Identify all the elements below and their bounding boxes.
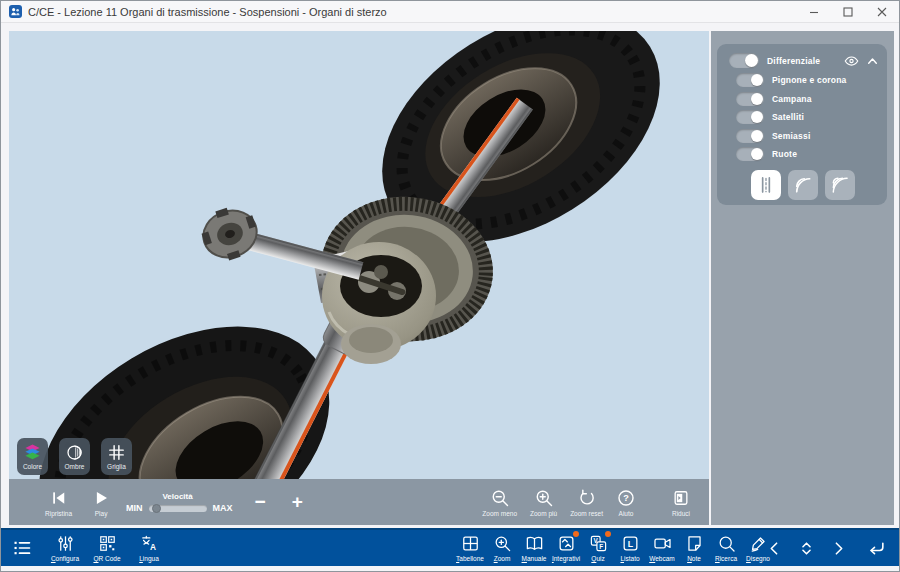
bell-toggle[interactable] — [736, 92, 764, 106]
zoom-reset-button[interactable]: Zoom reset — [570, 488, 603, 517]
straight-road-icon — [756, 175, 776, 195]
toolbar-item-qrcode[interactable]: QR Code — [89, 534, 125, 562]
note-page-icon — [685, 534, 704, 553]
shadows-button[interactable]: Ombre — [59, 438, 90, 475]
toolbar-item-note[interactable]: Note — [679, 534, 709, 562]
wheels-toggle[interactable] — [736, 147, 764, 161]
speed-label: Velocità — [149, 492, 207, 501]
satellites-toggle[interactable] — [736, 110, 764, 124]
zoom-out-button[interactable]: Zoom meno — [482, 488, 517, 517]
3d-viewport[interactable]: Colore Ombre Griglia — [9, 31, 709, 525]
play-button[interactable]: Play — [92, 488, 110, 517]
open-book-icon — [525, 534, 544, 553]
speed-min-label: MIN — [126, 503, 143, 513]
speed-max-label: MAX — [213, 503, 233, 513]
zoom-out-icon — [490, 488, 510, 508]
window-title: C/CE - Lezione 11 Organi di trasmissione… — [28, 6, 387, 18]
menu-list-icon — [11, 538, 33, 558]
chevron-up-icon[interactable] — [866, 56, 879, 66]
listato-label: Listato — [620, 555, 639, 562]
toolbar-item-manuale[interactable]: Manuale — [519, 534, 549, 562]
integrativi-label: Integrativi — [552, 555, 580, 562]
zoom-in-button[interactable]: Zoom più — [530, 488, 557, 517]
extras-media-icon — [557, 534, 576, 553]
color-button[interactable]: Colore — [17, 438, 48, 475]
manuale-label: Manuale — [522, 555, 547, 562]
halfshafts-label: Semiassi — [772, 131, 810, 141]
curve-road-button[interactable] — [788, 170, 818, 200]
speed-slider[interactable] — [149, 505, 207, 512]
double-curve-road-icon — [830, 175, 850, 195]
sliders-icon — [56, 534, 75, 553]
lingua-label: Lingua — [139, 555, 159, 562]
skip-to-start-icon — [50, 488, 68, 508]
zoom-controls: Zoom meno Zoom più Zoom reset ? — [482, 488, 709, 517]
zoom-in-icon — [534, 488, 554, 508]
viewport-tools: Colore Ombre Griglia — [17, 438, 132, 475]
help-icon: ? — [616, 488, 636, 508]
configura-label: Configura — [51, 555, 79, 562]
help-question-mark: ? — [623, 493, 629, 503]
listato-letter: L — [627, 539, 633, 549]
differential-toggle[interactable] — [729, 53, 759, 68]
visibility-eye-icon[interactable] — [844, 55, 859, 67]
toolbar-item-zoom[interactable]: Zoom — [487, 534, 517, 562]
road-mode-buttons — [751, 170, 879, 200]
toolbar-item-quiz[interactable]: VF Quiz — [583, 534, 613, 562]
halfshafts-row: Semiassi — [736, 129, 879, 143]
pinion-crown-toggle[interactable] — [736, 73, 764, 87]
collapse-icon — [671, 488, 691, 508]
menu-list-button[interactable] — [11, 538, 33, 558]
lingua-letter: A — [150, 542, 156, 552]
zoom-out-label: Zoom meno — [482, 510, 517, 517]
lesson-selector-button[interactable] — [795, 540, 817, 557]
app-window: C/CE - Lezione 11 Organi di trasmissione… — [0, 0, 900, 572]
speed-slider-knob[interactable] — [152, 504, 161, 513]
webcam-label: Webcam — [649, 555, 675, 562]
differential-label: Differenziale — [767, 56, 820, 66]
next-lesson-button[interactable] — [827, 540, 849, 557]
satellites-label: Satelliti — [772, 112, 804, 122]
restart-button[interactable]: Ripristina — [45, 488, 72, 517]
toolbar-item-integrativi[interactable]: Integrativi — [551, 534, 581, 562]
collapse-button[interactable]: Riduci — [671, 488, 691, 517]
maximize-button[interactable] — [831, 1, 865, 22]
notification-badge — [605, 531, 611, 537]
toolbar-item-ricerca[interactable]: Ricerca — [711, 534, 741, 562]
magnifier-plus-icon — [493, 534, 512, 553]
toolbar-item-configura[interactable]: Configura — [47, 534, 83, 562]
playback-strip: Ripristina Play Velocità MIN MAX − + — [9, 479, 709, 525]
toolbar-item-listato[interactable]: L Listato — [615, 534, 645, 562]
restart-label: Ripristina — [45, 510, 72, 517]
speed-increase-button[interactable]: + — [292, 492, 303, 512]
parts-panel: Differenziale Pignone e corona Campana S… — [717, 44, 887, 205]
quiz-vf-icon: VF — [589, 534, 608, 553]
grid-button[interactable]: Griglia — [101, 438, 132, 475]
search-icon — [717, 534, 736, 553]
prev-lesson-button[interactable] — [763, 540, 785, 557]
halfshafts-toggle[interactable] — [736, 129, 764, 143]
toolbar-item-lingua[interactable]: A Lingua — [131, 534, 167, 562]
speed-decrease-button[interactable]: − — [255, 492, 266, 512]
curve-road-icon — [793, 175, 813, 195]
play-icon — [92, 488, 110, 508]
shadows-button-label: Ombre — [65, 463, 85, 470]
toolbar-item-webcam[interactable]: Webcam — [647, 534, 677, 562]
toolbar-item-tabellone[interactable]: Tabellone — [455, 534, 485, 562]
double-curve-road-button[interactable] — [825, 170, 855, 200]
app-logo-icon — [9, 5, 22, 18]
main-toolbar: Configura QR Code A Lingua Tabellone Zoo… — [1, 528, 899, 566]
grid-icon — [107, 443, 126, 462]
translate-icon: A — [140, 534, 159, 553]
return-button[interactable] — [865, 539, 887, 558]
straight-road-button[interactable] — [751, 170, 781, 200]
qrcode-label: QR Code — [93, 555, 120, 562]
wheels-label: Ruote — [772, 149, 797, 159]
tabellone-label: Tabellone — [456, 555, 484, 562]
close-button[interactable] — [865, 1, 899, 22]
notification-badge — [573, 531, 579, 537]
help-button[interactable]: ? Aiuto — [616, 488, 636, 517]
help-label: Aiuto — [619, 510, 634, 517]
minimize-button[interactable] — [797, 1, 831, 22]
color-button-label: Colore — [23, 463, 42, 470]
